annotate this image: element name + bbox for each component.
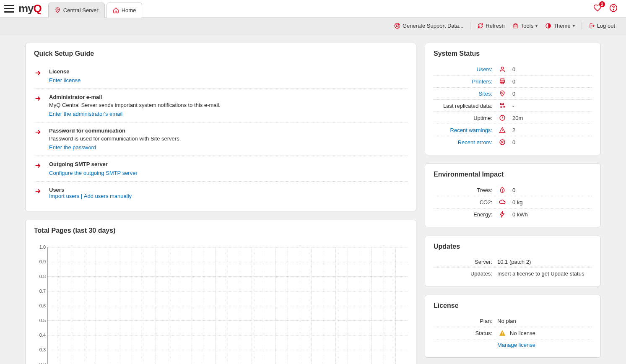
setup-desc: Password is used for communication with … (49, 135, 181, 142)
status-label[interactable]: Users: (434, 66, 492, 73)
setup-title: Outgoing SMTP server (49, 161, 138, 167)
co2-icon (497, 199, 507, 205)
generate-support-data-button[interactable]: Generate Support Data... (392, 21, 466, 31)
add-users-link[interactable]: Add users manually (84, 193, 132, 199)
status-row-uptime: Uptime: 20m (434, 112, 592, 124)
card-heading: Environmental Impact (434, 171, 592, 178)
tabstrip: Central Server Home (48, 0, 144, 18)
hamburger-menu-icon[interactable] (4, 5, 14, 13)
status-label[interactable]: Recent errors: (434, 139, 492, 146)
status-row-users: Users: 0 (434, 63, 592, 75)
env-label: Energy: (434, 211, 492, 218)
env-row-energy: Energy: 0 kWh (434, 208, 592, 220)
toolbar-label: Theme (553, 23, 570, 29)
arrow-right-icon (34, 162, 42, 176)
env-row-trees: Trees: 0 (434, 184, 592, 196)
topbar-icons: 2 (593, 4, 618, 13)
quick-setup-card: Quick Setup Guide License Enter license … (25, 43, 416, 211)
chart-y-tick: 0.2 (34, 362, 47, 364)
svg-point-4 (396, 25, 398, 27)
enter-license-link[interactable]: Enter license (49, 77, 81, 83)
enter-password-link[interactable]: Enter the password (49, 144, 96, 151)
configure-smtp-link[interactable]: Configure the outgoing SMTP server (49, 170, 138, 176)
env-value: 0 kg (512, 199, 523, 205)
status-label[interactable]: Printers: (434, 78, 492, 85)
notifications-icon[interactable]: 2 (593, 4, 602, 13)
status-label[interactable]: Sites: (434, 91, 492, 97)
notification-badge: 2 (599, 1, 605, 7)
logout-button[interactable]: Log out (586, 21, 618, 31)
tab-central-server[interactable]: Central Server (48, 3, 105, 18)
separator (582, 22, 582, 30)
refresh-icon (477, 23, 483, 29)
tab-label: Central Server (63, 7, 99, 13)
topbar: myQ Central Server Home 2 (0, 0, 626, 18)
system-status-card: System Status Users: 0 Printers: 0 Sites… (425, 43, 601, 155)
location-icon (55, 7, 61, 13)
chart-y-tick: 0.9 (34, 259, 47, 264)
chart-grid (47, 247, 408, 364)
setup-item-license: License Enter license (34, 63, 408, 89)
status-row-replicated: Last replicated data: - (434, 100, 592, 112)
help-icon[interactable] (609, 4, 618, 13)
setup-item-smtp: Outgoing SMTP server Configure the outgo… (34, 156, 408, 182)
logo: myQ (18, 2, 42, 15)
warning-icon (497, 330, 507, 336)
link-separator: | (79, 193, 84, 199)
tab-label: Home (122, 7, 136, 13)
status-value: 20m (512, 115, 523, 121)
chevron-down-icon: ▾ (573, 23, 575, 28)
separator (470, 22, 470, 30)
svg-point-0 (57, 9, 58, 10)
logout-icon (589, 23, 595, 29)
location-icon (497, 90, 507, 97)
svg-point-11 (501, 92, 503, 93)
toolbar-label: Refresh (486, 23, 505, 29)
chart-y-tick: 0.7 (34, 289, 47, 294)
arrow-right-icon (34, 69, 42, 83)
license-row-plan: Plan: No plan (434, 315, 592, 327)
setup-title: Password for communication (49, 127, 181, 134)
updates-row-updates: Updates: Insert a license to get Update … (434, 268, 592, 279)
updates-label: Updates: (434, 270, 492, 277)
status-value: 0 (512, 66, 515, 73)
toolbar-label: Tools (521, 23, 533, 29)
svg-point-2 (613, 10, 613, 10)
refresh-button[interactable]: Refresh (475, 21, 507, 31)
toolbox-icon (512, 23, 519, 29)
import-users-link[interactable]: Import users (49, 193, 79, 199)
env-label: Trees: (434, 187, 492, 193)
setup-item-admin-email: Administrator e-mail MyQ Central Server … (34, 89, 408, 122)
card-heading: Quick Setup Guide (34, 50, 408, 57)
status-label: Last replicated data: (434, 103, 492, 109)
clock-icon (497, 114, 507, 121)
enter-admin-email-link[interactable]: Enter the administrator's email (49, 111, 122, 117)
chevron-down-icon: ▾ (535, 23, 538, 28)
status-label: Uptime: (434, 115, 492, 121)
page-content: Quick Setup Guide License Enter license … (0, 34, 626, 364)
status-row-printers: Printers: 0 (434, 75, 592, 88)
svg-point-7 (501, 67, 503, 69)
manage-license-link[interactable]: Manage license (497, 342, 535, 348)
environment-card: Environmental Impact Trees: 0 CO2: 0 kg … (425, 164, 601, 227)
tools-dropdown[interactable]: Tools ▾ (510, 21, 540, 31)
updates-row-server: Server: 10.1 (patch 2) (434, 256, 592, 268)
status-value: 2 (512, 127, 515, 133)
theme-dropdown[interactable]: Theme ▾ (543, 21, 577, 31)
printer-icon (497, 78, 507, 85)
svg-rect-12 (500, 103, 504, 104)
chart-y-tick: 0.3 (34, 347, 47, 352)
setup-item-password: Password for communication Password is u… (34, 122, 408, 156)
status-row-errors: Recent errors: 0 (434, 136, 592, 148)
updates-value: Insert a license to get Update status (497, 270, 584, 277)
setup-title: Administrator e-mail (49, 94, 221, 100)
chart-y-tick: 0.5 (34, 318, 47, 323)
status-label[interactable]: Recent warnings: (434, 127, 492, 133)
sync-icon (497, 102, 507, 109)
license-label: Plan: (434, 318, 492, 324)
toolbar: Generate Support Data... Refresh Tools ▾… (0, 18, 626, 34)
tab-home[interactable]: Home (106, 3, 143, 18)
lifebuoy-icon (394, 23, 400, 29)
svg-point-15 (502, 334, 502, 335)
user-icon (497, 66, 507, 73)
